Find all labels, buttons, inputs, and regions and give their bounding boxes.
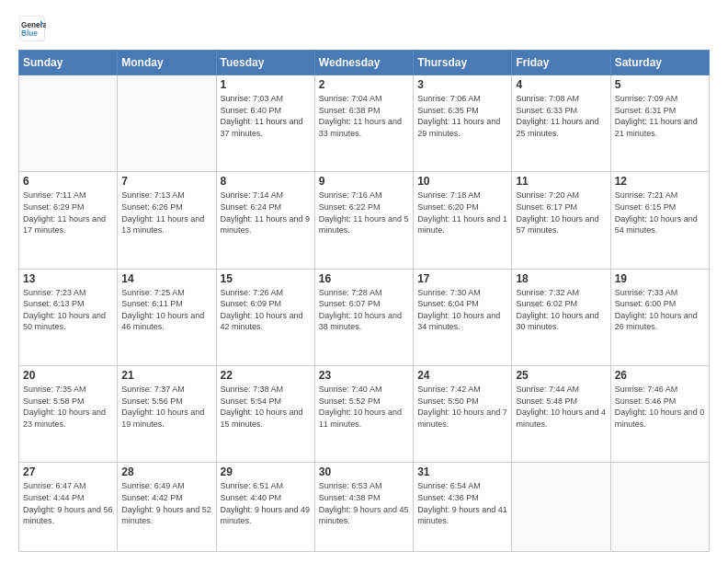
- calendar-cell: 2Sunrise: 7:04 AM Sunset: 6:38 PM Daylig…: [314, 75, 413, 172]
- week-row-2: 6Sunrise: 7:11 AM Sunset: 6:29 PM Daylig…: [19, 172, 710, 269]
- day-number: 1: [221, 78, 311, 91]
- day-info: Sunrise: 7:37 AM Sunset: 5:56 PM Dayligh…: [121, 384, 211, 430]
- day-number: 21: [121, 369, 211, 382]
- calendar-cell: [118, 75, 216, 172]
- day-number: 15: [221, 272, 311, 285]
- header: General Blue: [18, 15, 710, 42]
- calendar-cell: 20Sunrise: 7:35 AM Sunset: 5:58 PM Dayli…: [19, 366, 118, 463]
- calendar-cell: 19Sunrise: 7:33 AM Sunset: 6:00 PM Dayli…: [610, 269, 709, 365]
- day-number: 26: [615, 369, 705, 382]
- day-info: Sunrise: 7:33 AM Sunset: 6:00 PM Dayligh…: [615, 287, 705, 333]
- day-info: Sunrise: 7:14 AM Sunset: 6:24 PM Dayligh…: [221, 190, 311, 236]
- day-info: Sunrise: 7:06 AM Sunset: 6:35 PM Dayligh…: [417, 93, 507, 139]
- calendar-cell: 1Sunrise: 7:03 AM Sunset: 6:40 PM Daylig…: [216, 75, 314, 172]
- week-row-5: 27Sunrise: 6:47 AM Sunset: 4:44 PM Dayli…: [19, 463, 710, 552]
- week-row-1: 1Sunrise: 7:03 AM Sunset: 6:40 PM Daylig…: [19, 75, 710, 172]
- day-info: Sunrise: 6:54 AM Sunset: 4:36 PM Dayligh…: [417, 480, 507, 526]
- svg-text:Blue: Blue: [21, 29, 38, 38]
- calendar-cell: 5Sunrise: 7:09 AM Sunset: 6:31 PM Daylig…: [610, 75, 709, 172]
- weekday-header-thursday: Thursday: [414, 51, 512, 75]
- day-info: Sunrise: 7:20 AM Sunset: 6:17 PM Dayligh…: [516, 190, 606, 236]
- day-info: Sunrise: 7:26 AM Sunset: 6:09 PM Dayligh…: [221, 287, 311, 333]
- calendar-cell: 8Sunrise: 7:14 AM Sunset: 6:24 PM Daylig…: [216, 172, 314, 269]
- calendar-cell: 15Sunrise: 7:26 AM Sunset: 6:09 PM Dayli…: [216, 269, 314, 365]
- day-number: 7: [121, 175, 211, 188]
- day-info: Sunrise: 7:30 AM Sunset: 6:04 PM Dayligh…: [417, 287, 507, 333]
- logo-icon: General Blue: [18, 15, 46, 42]
- day-number: 10: [417, 175, 507, 188]
- svg-text:General: General: [21, 21, 46, 29]
- day-number: 30: [319, 465, 409, 478]
- day-info: Sunrise: 7:08 AM Sunset: 6:33 PM Dayligh…: [516, 93, 606, 139]
- calendar-cell: 9Sunrise: 7:16 AM Sunset: 6:22 PM Daylig…: [314, 172, 413, 269]
- weekday-header-saturday: Saturday: [610, 51, 709, 75]
- day-info: Sunrise: 7:11 AM Sunset: 6:29 PM Dayligh…: [23, 190, 113, 236]
- day-info: Sunrise: 7:38 AM Sunset: 5:54 PM Dayligh…: [221, 384, 311, 430]
- calendar-cell: 18Sunrise: 7:32 AM Sunset: 6:02 PM Dayli…: [512, 269, 610, 365]
- calendar-cell: 10Sunrise: 7:18 AM Sunset: 6:20 PM Dayli…: [414, 172, 512, 269]
- calendar-cell: [19, 75, 118, 172]
- calendar-cell: [610, 463, 709, 552]
- calendar-cell: 21Sunrise: 7:37 AM Sunset: 5:56 PM Dayli…: [118, 366, 216, 463]
- calendar-cell: 11Sunrise: 7:20 AM Sunset: 6:17 PM Dayli…: [512, 172, 610, 269]
- day-info: Sunrise: 7:04 AM Sunset: 6:38 PM Dayligh…: [319, 93, 409, 139]
- day-number: 17: [417, 272, 507, 285]
- day-info: Sunrise: 7:44 AM Sunset: 5:48 PM Dayligh…: [516, 384, 606, 430]
- day-number: 3: [417, 78, 507, 91]
- week-row-4: 20Sunrise: 7:35 AM Sunset: 5:58 PM Dayli…: [19, 366, 710, 463]
- day-info: Sunrise: 7:16 AM Sunset: 6:22 PM Dayligh…: [319, 190, 409, 236]
- day-number: 9: [319, 175, 409, 188]
- day-number: 19: [615, 272, 705, 285]
- calendar-cell: 7Sunrise: 7:13 AM Sunset: 6:26 PM Daylig…: [118, 172, 216, 269]
- calendar-table: SundayMondayTuesdayWednesdayThursdayFrid…: [18, 50, 710, 552]
- calendar-cell: 22Sunrise: 7:38 AM Sunset: 5:54 PM Dayli…: [216, 366, 314, 463]
- calendar-cell: 25Sunrise: 7:44 AM Sunset: 5:48 PM Dayli…: [512, 366, 610, 463]
- calendar-cell: 6Sunrise: 7:11 AM Sunset: 6:29 PM Daylig…: [19, 172, 118, 269]
- calendar-cell: 16Sunrise: 7:28 AM Sunset: 6:07 PM Dayli…: [314, 269, 413, 365]
- day-info: Sunrise: 7:32 AM Sunset: 6:02 PM Dayligh…: [516, 287, 606, 333]
- weekday-header-friday: Friday: [512, 51, 610, 75]
- calendar-cell: 12Sunrise: 7:21 AM Sunset: 6:15 PM Dayli…: [610, 172, 709, 269]
- day-number: 6: [23, 175, 113, 188]
- calendar-cell: 14Sunrise: 7:25 AM Sunset: 6:11 PM Dayli…: [118, 269, 216, 365]
- weekday-header-monday: Monday: [118, 51, 216, 75]
- day-number: 24: [417, 369, 507, 382]
- calendar-cell: 31Sunrise: 6:54 AM Sunset: 4:36 PM Dayli…: [414, 463, 512, 552]
- day-number: 18: [516, 272, 606, 285]
- day-number: 8: [221, 175, 311, 188]
- calendar-cell: 24Sunrise: 7:42 AM Sunset: 5:50 PM Dayli…: [414, 366, 512, 463]
- day-info: Sunrise: 7:09 AM Sunset: 6:31 PM Dayligh…: [615, 93, 705, 139]
- day-info: Sunrise: 7:28 AM Sunset: 6:07 PM Dayligh…: [319, 287, 409, 333]
- day-number: 13: [23, 272, 113, 285]
- day-info: Sunrise: 7:25 AM Sunset: 6:11 PM Dayligh…: [121, 287, 211, 333]
- weekday-header-tuesday: Tuesday: [216, 51, 314, 75]
- day-number: 20: [23, 369, 113, 382]
- day-info: Sunrise: 6:47 AM Sunset: 4:44 PM Dayligh…: [23, 480, 113, 526]
- calendar-cell: 17Sunrise: 7:30 AM Sunset: 6:04 PM Dayli…: [414, 269, 512, 365]
- day-info: Sunrise: 7:03 AM Sunset: 6:40 PM Dayligh…: [221, 93, 311, 139]
- day-number: 27: [23, 465, 113, 478]
- day-info: Sunrise: 7:13 AM Sunset: 6:26 PM Dayligh…: [121, 190, 211, 236]
- day-info: Sunrise: 6:53 AM Sunset: 4:38 PM Dayligh…: [319, 480, 409, 526]
- calendar-cell: 28Sunrise: 6:49 AM Sunset: 4:42 PM Dayli…: [118, 463, 216, 552]
- calendar-cell: 23Sunrise: 7:40 AM Sunset: 5:52 PM Dayli…: [314, 366, 413, 463]
- day-number: 29: [221, 465, 311, 478]
- day-info: Sunrise: 7:46 AM Sunset: 5:46 PM Dayligh…: [615, 384, 705, 430]
- day-info: Sunrise: 7:18 AM Sunset: 6:20 PM Dayligh…: [417, 190, 507, 236]
- day-number: 2: [319, 78, 409, 91]
- day-number: 28: [121, 465, 211, 478]
- day-number: 23: [319, 369, 409, 382]
- calendar-cell: 4Sunrise: 7:08 AM Sunset: 6:33 PM Daylig…: [512, 75, 610, 172]
- day-number: 11: [516, 175, 606, 188]
- calendar-cell: 29Sunrise: 6:51 AM Sunset: 4:40 PM Dayli…: [216, 463, 314, 552]
- day-number: 16: [319, 272, 409, 285]
- week-row-3: 13Sunrise: 7:23 AM Sunset: 6:13 PM Dayli…: [19, 269, 710, 365]
- day-number: 5: [615, 78, 705, 91]
- calendar-cell: 3Sunrise: 7:06 AM Sunset: 6:35 PM Daylig…: [414, 75, 512, 172]
- day-number: 31: [417, 465, 507, 478]
- calendar-cell: 27Sunrise: 6:47 AM Sunset: 4:44 PM Dayli…: [19, 463, 118, 552]
- weekday-header-sunday: Sunday: [19, 51, 118, 75]
- day-info: Sunrise: 7:42 AM Sunset: 5:50 PM Dayligh…: [417, 384, 507, 430]
- day-info: Sunrise: 7:35 AM Sunset: 5:58 PM Dayligh…: [23, 384, 113, 430]
- day-number: 12: [615, 175, 705, 188]
